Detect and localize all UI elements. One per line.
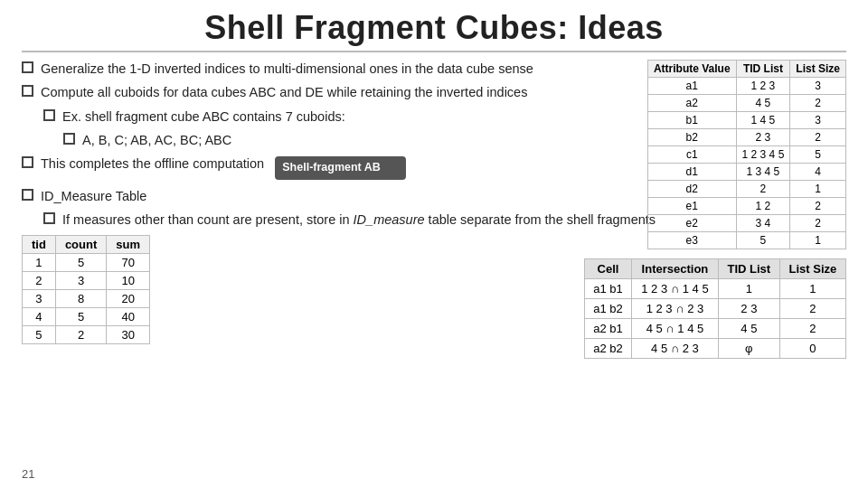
id-measure-title: ID_Measure Table xyxy=(41,187,146,205)
table-cell: 2 3 xyxy=(718,299,779,319)
attr-table: Attribute Value TID List List Size a11 2… xyxy=(647,60,846,249)
table-row: a24 52 xyxy=(647,95,845,112)
table-cell: 2 xyxy=(736,181,790,198)
table-row: a2 b24 5 ∩ 2 3φ0 xyxy=(585,339,846,359)
table-cell: 5 xyxy=(736,232,790,249)
table-cell: a1 b2 xyxy=(585,299,632,319)
table-cell: 2 3 xyxy=(736,129,790,146)
table-cell: 5 xyxy=(55,253,106,271)
divider xyxy=(22,51,846,52)
table-row: c11 2 3 4 55 xyxy=(647,146,845,164)
table-cell: a1 xyxy=(647,78,736,95)
table-cell: 1 2 3 4 5 xyxy=(736,146,790,164)
table-cell: 1 2 xyxy=(736,198,790,215)
bullet-square xyxy=(22,85,33,97)
table-row: 1570 xyxy=(23,253,150,271)
bullet-text: A, B, C; AB, AC, BC; ABC xyxy=(82,131,231,149)
table-cell: φ xyxy=(718,339,779,359)
list-item-sub: If measures other than count are present… xyxy=(22,211,656,229)
bullet-square xyxy=(22,189,33,201)
table-cell: 1 2 3 xyxy=(736,78,790,95)
table-cell: 2 xyxy=(790,198,846,215)
col-header: Cell xyxy=(585,259,632,279)
bullet-square xyxy=(43,109,55,121)
table-cell: 10 xyxy=(107,271,150,289)
page: Shell Fragment Cubes: Ideas Generalize t… xyxy=(0,0,868,488)
bottom-area: ID_Measure Table If measures other than … xyxy=(22,187,570,344)
table-row: a1 b21 2 3 ∩ 2 32 32 xyxy=(585,299,846,319)
table-cell: 2 xyxy=(790,215,846,232)
main-content: Generalize the 1-D inverted indices to m… xyxy=(22,60,846,359)
table-cell: 1 xyxy=(790,181,846,198)
table-cell: 2 xyxy=(55,325,106,343)
table-cell: e1 xyxy=(647,198,736,215)
list-item: ID_Measure Table xyxy=(22,187,656,205)
page-number: 21 xyxy=(22,467,34,481)
right-column: Attribute Value TID List List Size a11 2… xyxy=(584,60,846,359)
table-cell: 3 xyxy=(790,78,846,95)
col-header: TID List xyxy=(718,259,779,279)
table-cell: 1 2 3 ∩ 2 3 xyxy=(631,299,718,319)
list-item-sub: Ex. shell fragment cube ABC contains 7 c… xyxy=(22,108,570,126)
table-cell: 1 3 4 5 xyxy=(736,164,790,181)
table-cell: 4 5 ∩ 2 3 xyxy=(631,339,718,359)
id-measure-desc: If measures other than count are present… xyxy=(62,211,656,229)
table-cell: b2 xyxy=(647,129,736,146)
left-column: Generalize the 1-D inverted indices to m… xyxy=(22,60,570,344)
table-cell: 1 2 3 ∩ 1 4 5 xyxy=(631,279,718,299)
bullet-text: Compute all cuboids for data cubes ABC a… xyxy=(41,83,527,101)
col-header: Intersection xyxy=(631,259,718,279)
table-cell: 70 xyxy=(107,253,150,271)
list-item: Compute all cuboids for data cubes ABC a… xyxy=(22,83,570,101)
table-cell: 1 xyxy=(779,279,845,299)
table-cell: 1 xyxy=(23,253,56,271)
col-header: tid xyxy=(23,235,56,253)
table-row: b22 32 xyxy=(647,129,845,146)
table-cell: b1 xyxy=(647,112,736,129)
bullet-square xyxy=(22,156,33,168)
table-cell: 8 xyxy=(55,289,106,307)
col-header: List Size xyxy=(779,259,845,279)
table-cell: a2 xyxy=(647,95,736,112)
bullet-square xyxy=(63,133,75,145)
table-row: 5230 xyxy=(23,325,150,343)
table-row: d11 3 4 54 xyxy=(647,164,845,181)
table-row: e351 xyxy=(647,232,845,249)
table-cell: 1 xyxy=(790,232,846,249)
list-item: Generalize the 1-D inverted indices to m… xyxy=(22,60,570,78)
col-header: TID List xyxy=(736,61,790,78)
table-cell: 4 5 xyxy=(718,319,779,339)
table-cell: 1 4 5 xyxy=(736,112,790,129)
table-row: 3820 xyxy=(23,289,150,307)
list-item: This completes the offline computation S… xyxy=(22,155,570,182)
table-cell: a2 b1 xyxy=(585,319,632,339)
table-cell: a1 b1 xyxy=(585,279,632,299)
table-row: a11 2 33 xyxy=(647,78,845,95)
table-cell: 2 xyxy=(779,319,845,339)
bullet-text: Ex. shell fragment cube ABC contains 7 c… xyxy=(62,108,345,126)
table-cell: 0 xyxy=(779,339,845,359)
table-row: d221 xyxy=(647,181,845,198)
table-cell: 20 xyxy=(107,289,150,307)
table-cell: 4 xyxy=(23,307,56,325)
list-item-sub2: A, B, C; AB, AC, BC; ABC xyxy=(22,131,570,149)
table-cell: 2 xyxy=(790,129,846,146)
table-cell: 2 xyxy=(790,95,846,112)
bullet-list: Generalize the 1-D inverted indices to m… xyxy=(22,60,570,182)
bullet-square xyxy=(22,61,33,73)
bullet-text: This completes the offline computation xyxy=(41,155,275,173)
table-row: a2 b14 5 ∩ 1 4 54 52 xyxy=(585,319,846,339)
table-cell: 2 xyxy=(23,271,56,289)
table-cell: 3 4 xyxy=(736,215,790,232)
col-header: List Size xyxy=(790,61,846,78)
table-row: 4540 xyxy=(23,307,150,325)
table-cell: 4 5 xyxy=(736,95,790,112)
col-header: Attribute Value xyxy=(647,61,736,78)
col-header: count xyxy=(55,235,106,253)
table-cell: 5 xyxy=(790,146,846,164)
id-measure-section: ID_Measure Table If measures other than … xyxy=(22,187,656,344)
table-cell: d1 xyxy=(647,164,736,181)
table-cell: 3 xyxy=(790,112,846,129)
table-cell: e3 xyxy=(647,232,736,249)
table-row: e11 22 xyxy=(647,198,845,215)
